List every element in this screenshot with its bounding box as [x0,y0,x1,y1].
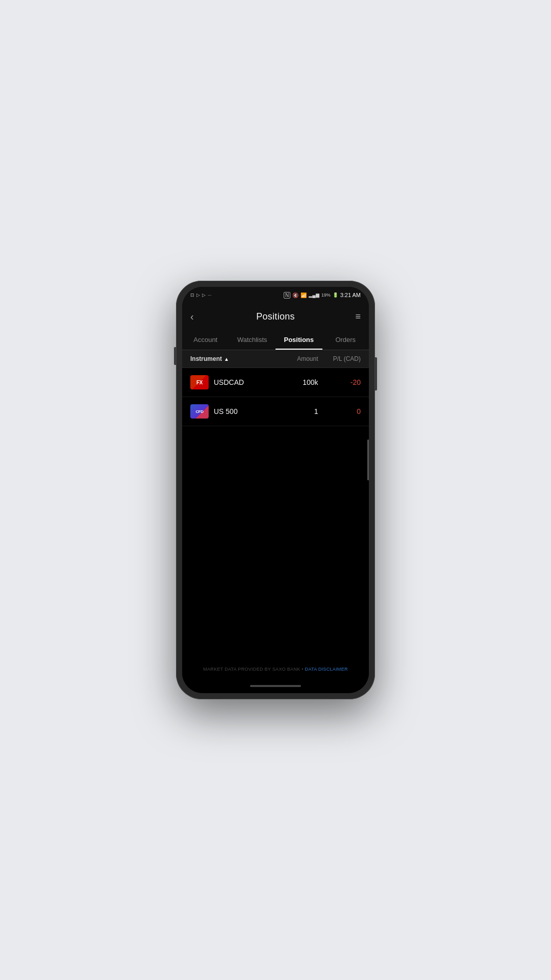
disclaimer-link[interactable]: DATA DISCLAIMER [305,667,348,672]
status-bar: ⊡ ▷ ▷ ··· N 🔇 📶 ▂▄▆ 19% 🔋 3:21 AM [182,287,369,303]
tab-positions[interactable]: Positions [276,330,322,350]
cfd-badge: CFD [190,404,209,419]
menu-button[interactable]: ≡ [344,311,361,322]
battery-percent: 19% [321,292,331,298]
tab-watchlists[interactable]: Watchlists [229,330,276,350]
table-header: Instrument ▲ Amount P/L (CAD) [182,350,369,368]
signal-icon: ▂▄▆ [309,292,319,298]
back-button[interactable]: ‹ [190,311,207,323]
col-header-instrument[interactable]: Instrument ▲ [190,355,276,362]
table-row[interactable]: FX USDCAD 100k -20 [182,368,369,397]
play-icon: ▷ [196,292,200,298]
status-left-icons: ⊡ ▷ ▷ ··· [190,292,212,298]
footer-text: MARKET DATA PROVIDED BY SAXO BANK • [203,667,305,672]
badge-label: CFD [196,409,204,414]
col-header-amount: Amount [276,355,318,362]
phone-frame: ⊡ ▷ ▷ ··· N 🔇 📶 ▂▄▆ 19% 🔋 3:21 AM ‹ Posi… [176,281,375,699]
instrument-cell: FX USDCAD [190,375,276,389]
nav-tabs: Account Watchlists Positions Orders [182,330,369,350]
pl-cell: -20 [318,378,361,386]
home-bar [250,685,301,687]
amount-cell: 1 [276,407,318,415]
page-title: Positions [256,311,295,322]
mute-icon: 🔇 [292,292,298,298]
dots-icon: ··· [208,292,212,298]
scroll-indicator [367,439,369,480]
instrument-cell: CFD US 500 [190,404,276,419]
tab-orders[interactable]: Orders [322,330,369,350]
app-footer: MARKET DATA PROVIDED BY SAXO BANK • DATA… [182,657,369,679]
pl-cell: 0 [318,407,361,415]
tab-account[interactable]: Account [182,330,229,350]
instrument-name: USDCAD [214,378,244,386]
amount-cell: 100k [276,378,318,386]
home-indicator [182,679,369,693]
table-body[interactable]: FX USDCAD 100k -20 CFD US 500 1 0 [182,368,369,657]
status-time: 3:21 AM [340,292,361,298]
sort-icon: ▲ [224,356,229,362]
fx-badge: FX [190,375,209,389]
table-row[interactable]: CFD US 500 1 0 [182,397,369,426]
col-header-pl: P/L (CAD) [318,355,361,362]
instrument-name: US 500 [214,407,238,415]
nfc-icon: N [284,292,290,299]
battery-icon: 🔋 [333,292,338,298]
phone-screen: ⊡ ▷ ▷ ··· N 🔇 📶 ▂▄▆ 19% 🔋 3:21 AM ‹ Posi… [182,287,369,693]
cast-icon: ▷ [202,292,206,298]
wifi-icon: 📶 [300,292,307,298]
badge-label: FX [196,380,203,385]
image-icon: ⊡ [190,292,194,298]
status-right: N 🔇 📶 ▂▄▆ 19% 🔋 3:21 AM [284,292,361,299]
app-header: ‹ Positions ≡ [182,303,369,330]
